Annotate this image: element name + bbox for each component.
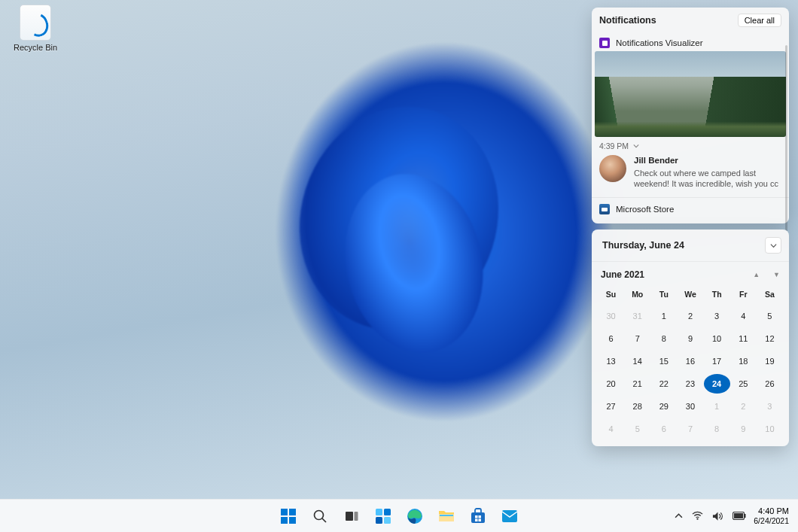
svg-rect-3 bbox=[289, 517, 296, 524]
svg-rect-18 bbox=[475, 518, 478, 521]
calendar-dow: We bbox=[677, 286, 703, 303]
notification-app-name: Microsoft Store bbox=[616, 205, 674, 214]
search-button[interactable] bbox=[306, 503, 334, 530]
volume-button[interactable] bbox=[712, 511, 723, 521]
widgets-icon bbox=[375, 508, 391, 524]
calendar-day[interactable]: 26 bbox=[757, 374, 783, 394]
svg-rect-7 bbox=[355, 512, 358, 521]
calendar-day[interactable]: 30 bbox=[677, 397, 703, 416]
calendar-day[interactable]: 8 bbox=[704, 419, 730, 439]
calendar-day[interactable]: 15 bbox=[650, 351, 677, 371]
edge-button[interactable] bbox=[401, 503, 428, 530]
calendar-day[interactable]: 10 bbox=[704, 329, 730, 348]
month-label[interactable]: June 2021 bbox=[601, 269, 644, 280]
calendar-day[interactable]: 3 bbox=[704, 306, 730, 326]
calendar-day[interactable]: 25 bbox=[730, 374, 757, 394]
calendar-day[interactable]: 16 bbox=[677, 351, 703, 371]
svg-rect-8 bbox=[376, 509, 382, 515]
chevron-down-icon bbox=[770, 242, 777, 249]
mail-icon bbox=[501, 509, 518, 523]
calendar-day[interactable]: 12 bbox=[757, 329, 783, 348]
calendar-day[interactable]: 19 bbox=[757, 351, 783, 371]
recycle-bin-icon bbox=[20, 5, 51, 41]
calendar-day[interactable]: 2 bbox=[730, 397, 757, 416]
calendar-day[interactable]: 9 bbox=[677, 329, 703, 348]
microsoft-store-icon bbox=[599, 204, 610, 214]
calendar-day[interactable]: 7 bbox=[677, 419, 703, 439]
calendar-day[interactable]: 6 bbox=[598, 329, 624, 348]
calendar-day[interactable]: 6 bbox=[650, 419, 677, 439]
calendar-day[interactable]: 31 bbox=[624, 306, 650, 326]
notification-item[interactable]: Microsoft Store bbox=[592, 198, 789, 220]
notification-app-name: Notifications Visualizer bbox=[616, 38, 702, 47]
chevron-down-icon[interactable] bbox=[633, 143, 639, 149]
svg-rect-15 bbox=[471, 512, 485, 523]
wifi-button[interactable] bbox=[692, 511, 703, 521]
calendar-day[interactable]: 5 bbox=[624, 419, 650, 439]
calendar-dow: Fr bbox=[730, 286, 757, 303]
clock-button[interactable]: 4:40 PM 6/24/2021 bbox=[754, 506, 792, 525]
prev-month-button[interactable]: ▲ bbox=[753, 271, 760, 278]
tray-overflow-button[interactable] bbox=[675, 512, 683, 520]
start-button[interactable] bbox=[275, 503, 302, 530]
collapse-calendar-button[interactable] bbox=[765, 237, 781, 254]
calendar-day[interactable]: 21 bbox=[624, 374, 650, 394]
svg-rect-16 bbox=[475, 515, 478, 518]
calendar-day[interactable]: 8 bbox=[650, 329, 677, 348]
calendar-panel: Thursday, June 24 June 2021 ▲ ▼ SuMoTuWe… bbox=[592, 230, 789, 446]
calendar-day[interactable]: 14 bbox=[624, 351, 650, 371]
calendar-day[interactable]: 11 bbox=[730, 329, 757, 348]
taskbar-date: 6/24/2021 bbox=[754, 516, 789, 525]
svg-rect-10 bbox=[376, 517, 382, 524]
calendar-day[interactable]: 3 bbox=[757, 397, 783, 416]
calendar-day[interactable]: 22 bbox=[650, 374, 677, 394]
next-month-button[interactable]: ▼ bbox=[773, 271, 780, 278]
calendar-day[interactable]: 13 bbox=[598, 351, 624, 371]
calendar-day[interactable]: 17 bbox=[704, 351, 730, 371]
calendar-day[interactable]: 20 bbox=[598, 374, 624, 394]
svg-rect-2 bbox=[281, 517, 288, 524]
svg-rect-6 bbox=[346, 512, 353, 521]
desktop[interactable]: Recycle Bin Notifications Clear all Noti… bbox=[0, 0, 798, 499]
svg-point-4 bbox=[315, 510, 324, 519]
notification-item[interactable]: Notifications Visualizer 4:39 PM Jill Be… bbox=[592, 33, 789, 198]
calendar-day[interactable]: 24 bbox=[704, 374, 730, 394]
svg-rect-24 bbox=[745, 514, 746, 518]
calendar-day[interactable]: 7 bbox=[624, 329, 650, 348]
microsoft-store-button[interactable] bbox=[464, 503, 492, 530]
calendar-day[interactable]: 2 bbox=[677, 306, 703, 326]
calendar-day[interactable]: 30 bbox=[598, 306, 624, 326]
calendar-day[interactable]: 1 bbox=[650, 306, 677, 326]
calendar-day[interactable]: 9 bbox=[730, 419, 757, 439]
chevron-up-icon bbox=[675, 512, 683, 520]
svg-rect-23 bbox=[734, 513, 743, 518]
notifications-visualizer-icon bbox=[599, 38, 610, 48]
speaker-icon bbox=[712, 511, 723, 521]
notification-sender: Jill Bender bbox=[634, 155, 781, 167]
notifications-panel: Notifications Clear all Notifications Vi… bbox=[592, 8, 789, 223]
windows-logo-icon bbox=[280, 508, 297, 524]
calendar-day[interactable]: 27 bbox=[598, 397, 624, 416]
clear-all-button[interactable]: Clear all bbox=[738, 14, 781, 27]
calendar-day[interactable]: 10 bbox=[757, 419, 783, 439]
battery-button[interactable] bbox=[733, 512, 746, 520]
calendar-day[interactable]: 1 bbox=[704, 397, 730, 416]
notification-message: Check out where we camped last weekend! … bbox=[634, 168, 781, 190]
file-explorer-button[interactable] bbox=[433, 503, 460, 530]
scrollbar[interactable] bbox=[785, 45, 787, 256]
widgets-button[interactable] bbox=[370, 503, 397, 530]
recycle-bin[interactable]: Recycle Bin bbox=[9, 5, 62, 52]
calendar-day[interactable]: 18 bbox=[730, 351, 757, 371]
mail-button[interactable] bbox=[496, 503, 523, 530]
task-view-button[interactable] bbox=[338, 503, 365, 530]
action-center: Notifications Clear all Notifications Vi… bbox=[592, 8, 789, 446]
calendar-day[interactable]: 28 bbox=[624, 397, 650, 416]
calendar-day[interactable]: 5 bbox=[757, 306, 783, 326]
calendar-day[interactable]: 29 bbox=[650, 397, 677, 416]
calendar-day[interactable]: 4 bbox=[598, 419, 624, 439]
svg-rect-0 bbox=[281, 509, 288, 515]
taskbar-center bbox=[275, 503, 523, 530]
calendar-day[interactable]: 23 bbox=[677, 374, 703, 394]
system-tray: 4:40 PM 6/24/2021 bbox=[675, 500, 792, 532]
calendar-day[interactable]: 4 bbox=[730, 306, 757, 326]
